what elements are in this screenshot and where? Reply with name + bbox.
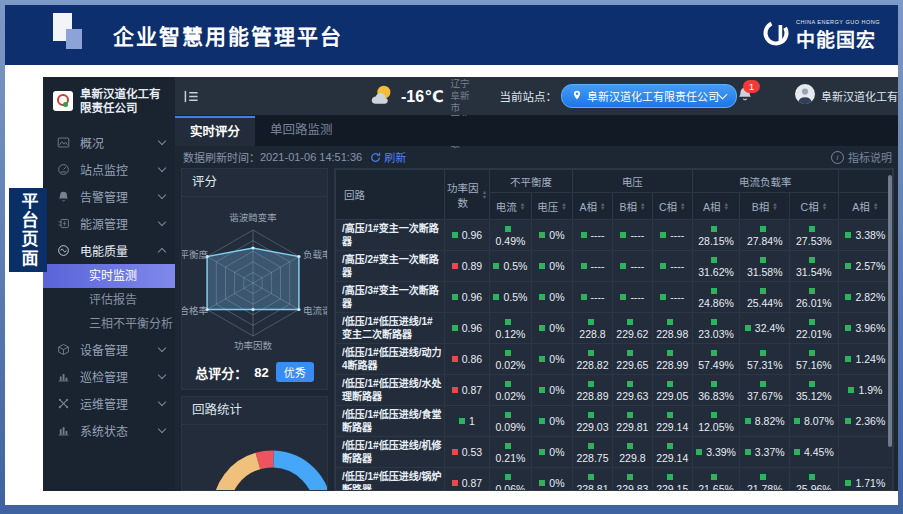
- status-square-icon: [588, 350, 594, 356]
- status-square-icon: [760, 474, 766, 480]
- circuit-name: /低压/1#低压进线/动力4断路器: [336, 344, 445, 375]
- value-cell: 57.31%: [740, 344, 790, 375]
- svg-text:负载率: 负载率: [303, 249, 327, 260]
- table-row[interactable]: /低压/1#低压进线/动力4断路器0.860.02%0%228.82229.65…: [336, 344, 893, 375]
- value-cell: 228.82: [573, 344, 613, 375]
- sidebar-item-能源管理[interactable]: 能源管理: [43, 210, 175, 237]
- col-B相: B相▲▼: [740, 193, 790, 220]
- value-cell: 57.16%: [790, 344, 839, 375]
- value-cell: 31.58%: [740, 251, 790, 282]
- sidebar-item-系统状态[interactable]: 系统状态: [43, 417, 175, 444]
- score-panel-title: 评分: [182, 169, 327, 197]
- table-row[interactable]: /低压/1#低压进线/水处理断路器0.870.02%0%228.89229.63…: [336, 375, 893, 406]
- sidebar-item-概况[interactable]: 概况: [43, 129, 175, 156]
- status-square-icon: [581, 294, 587, 300]
- sidebar-item-设备管理[interactable]: 设备管理: [43, 336, 175, 363]
- status-square-icon: [505, 443, 511, 449]
- value-cell: 229.81: [612, 406, 652, 437]
- menu-collapse-icon[interactable]: [183, 89, 200, 104]
- value-cell: 0%: [531, 437, 572, 468]
- table-row[interactable]: /高压/2#变主一次断路器0.890.5%0%------------31.62…: [336, 251, 893, 282]
- value-cell: ----: [652, 220, 692, 251]
- table-row[interactable]: /低压/1#低压进线/锅炉断路器0.870.06%0%228.81229.832…: [336, 468, 893, 492]
- value-cell: 229.03: [573, 406, 613, 437]
- value-cell: 0.89: [444, 251, 489, 282]
- sort-icon[interactable]: ▲▼: [561, 202, 566, 211]
- svg-text:电流谐波: 电流谐波: [303, 305, 327, 316]
- tab-单回路监测[interactable]: 单回路监测: [255, 116, 348, 146]
- table-row[interactable]: /低压/1#低压进线/机修断路器0.530.21%0%228.75229.822…: [336, 437, 893, 468]
- value-cell: 0%: [531, 220, 572, 251]
- status-square-icon: [493, 263, 499, 269]
- value-cell: 0%: [531, 375, 572, 406]
- status-square-icon: [667, 443, 673, 449]
- status-square-icon: [760, 257, 766, 263]
- sidebar-subitem-三相不平衡分析[interactable]: 三相不平衡分析: [43, 312, 175, 336]
- circuit-table: 回路功率因数▲▼不平衡度电压电流负载率电流▲▼电压▲▼A相▲▼B相▲▼C相▲▼A…: [335, 169, 893, 491]
- status-square-icon: [452, 449, 458, 455]
- sort-icon[interactable]: ▲▼: [822, 202, 827, 211]
- total-score-label: 总评分：: [195, 363, 247, 382]
- value-cell: 2.36%: [838, 406, 892, 437]
- value-cell: 28.15%: [692, 220, 740, 251]
- status-square-icon: [845, 356, 851, 362]
- sort-icon[interactable]: ▲▼: [873, 202, 878, 211]
- circuit-table-wrap: 回路功率因数▲▼不平衡度电压电流负载率电流▲▼电压▲▼A相▲▼B相▲▼C相▲▼A…: [334, 168, 894, 491]
- status-square-icon: [493, 294, 499, 300]
- value-cell: 8.07%: [790, 406, 839, 437]
- brand-logo: CHINA ENERGY GUO HONG 中能国宏: [761, 18, 880, 52]
- table-row[interactable]: /低压/1#低压进线/1#变主二次断路器0.960.12%0%228.8229.…: [336, 313, 893, 344]
- outer-frame: 企业智慧用能管理平台 CHINA ENERGY GUO HONG 中能国宏 阜新…: [0, 0, 903, 514]
- status-square-icon: [845, 418, 851, 424]
- value-cell: 1.71%: [838, 468, 892, 492]
- status-square-icon: [620, 232, 626, 238]
- sidebar-item-告警管理[interactable]: 告警管理: [43, 183, 175, 210]
- col-group: 不平衡度: [490, 170, 573, 193]
- total-score-value: 82: [254, 365, 268, 380]
- value-cell: 0.21%: [490, 437, 532, 468]
- sidebar-subitem-评估报告[interactable]: 评估报告: [43, 288, 175, 312]
- value-cell: 229.8: [612, 437, 652, 468]
- sidebar-item-电能质量[interactable]: 电能质量: [43, 237, 175, 264]
- value-cell: 228.99: [652, 344, 692, 375]
- refresh-button[interactable]: 刷新: [370, 149, 406, 165]
- info-icon: i: [831, 151, 844, 164]
- sort-icon[interactable]: ▲▼: [640, 202, 645, 211]
- sort-icon[interactable]: ▲▼: [680, 202, 685, 211]
- sidebar-item-巡检管理[interactable]: 巡检管理: [43, 363, 175, 390]
- main-topbar: -16℃ 多云 湿度36% 辽宁 阜新市 西北风 7级 当前站点： 阜新汉道化工…: [175, 77, 898, 116]
- value-cell: 229.63: [612, 375, 652, 406]
- tab-实时评分[interactable]: 实时评分: [175, 116, 255, 146]
- company-name: 阜新汉道化工有限责任公司: [80, 87, 167, 115]
- value-cell: 23.03%: [692, 313, 740, 344]
- value-cell: ----: [573, 251, 613, 282]
- indicator-help-button[interactable]: i 指标说明: [831, 149, 892, 165]
- sort-icon[interactable]: ▲▼: [724, 202, 729, 211]
- chevron-down-icon: [158, 218, 166, 226]
- value-cell: 228.81: [573, 468, 613, 492]
- user-menu[interactable]: 阜新汉道化工有限责任公: [795, 84, 898, 108]
- status-square-icon: [760, 226, 766, 232]
- site-select-dropdown[interactable]: 阜新汉道化工有限责任公司: [561, 84, 737, 108]
- weather-icon: [368, 83, 396, 110]
- notification-bell[interactable]: 1: [737, 86, 753, 106]
- sidebar-item-站点监控[interactable]: 站点监控: [43, 156, 175, 183]
- status-square-icon: [745, 418, 751, 424]
- status-square-icon: [809, 288, 815, 294]
- sort-icon[interactable]: ▲▼: [520, 202, 525, 211]
- status-square-icon: [794, 449, 800, 455]
- col-C相: C相▲▼: [652, 193, 692, 220]
- sidebar-item-运维管理[interactable]: 运维管理: [43, 390, 175, 417]
- table-row[interactable]: /高压/3#变主一次断路器0.960.5%0%------------24.86…: [336, 282, 893, 313]
- sidebar-subitem-实时监测[interactable]: 实时监测: [43, 264, 175, 288]
- vertical-scrollbar[interactable]: [888, 175, 892, 447]
- sort-icon[interactable]: ▲▼: [772, 202, 777, 211]
- table-row[interactable]: /高压/1#变主一次断路器0.960.49%0%------------28.1…: [336, 220, 893, 251]
- table-row[interactable]: /低压/1#低压进线/食堂断路器10.09%0%229.03229.81229.…: [336, 406, 893, 437]
- value-cell: 57.49%: [692, 344, 740, 375]
- sort-icon[interactable]: ▲▼: [600, 202, 605, 211]
- rating-badge[interactable]: 优秀: [276, 362, 314, 382]
- status-square-icon: [627, 443, 633, 449]
- value-cell: 1: [444, 406, 489, 437]
- sort-icon[interactable]: ▲▼: [482, 190, 487, 199]
